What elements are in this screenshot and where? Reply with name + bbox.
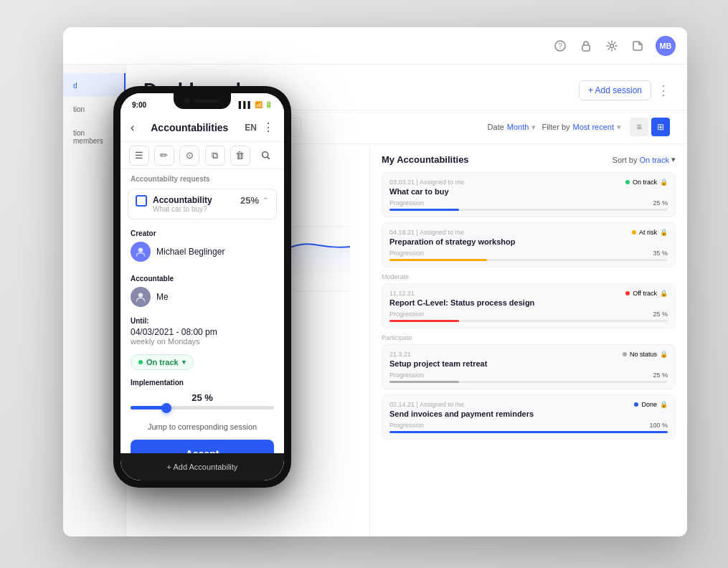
svg-point-3 bbox=[610, 44, 614, 47]
expand-icon[interactable]: ⌃ bbox=[262, 196, 269, 206]
status-chevron-icon: ▾ bbox=[182, 359, 186, 366]
screen-title: Accountabilities bbox=[151, 122, 228, 133]
progress-bar-1 bbox=[389, 209, 459, 211]
progress-bar-3 bbox=[389, 320, 459, 322]
item-checkbox[interactable] bbox=[136, 195, 147, 207]
help-icon[interactable]: ? bbox=[552, 38, 568, 54]
view-toggle: ≡ ⊞ bbox=[630, 118, 670, 136]
phone-content: Accountabilty requests Accountability Wh… bbox=[120, 169, 284, 453]
request-percentage: 25% bbox=[240, 195, 259, 206]
edit-icon[interactable]: ✏ bbox=[154, 146, 174, 166]
creator-avatar bbox=[131, 242, 151, 262]
accountability-card-3: 11.12.21 Report C-Level: Status process … bbox=[382, 283, 676, 328]
filter-by-chip[interactable]: Filter by Most recent ▾ bbox=[542, 123, 621, 132]
user-avatar[interactable]: MB bbox=[656, 36, 676, 56]
gear-icon[interactable] bbox=[604, 38, 620, 54]
status-icons: ▌▌▌ 📶 🔋 bbox=[239, 101, 273, 108]
phone-device: 9:00 ▌▌▌ 📶 🔋 ‹ Accountabilities EN ⋮ bbox=[113, 86, 291, 488]
acc-status-3: Off track 🔒 bbox=[625, 290, 668, 297]
wifi-icon: 📶 bbox=[255, 101, 263, 108]
acc-status-1: On track 🔒 bbox=[625, 179, 668, 186]
battery-icon: 🔋 bbox=[265, 101, 273, 108]
svg-text:?: ? bbox=[558, 42, 562, 50]
acc-title-4: Setup project team retreat bbox=[389, 359, 487, 368]
accountability-card-4: 21.3.21 Setup project team retreat No st… bbox=[382, 344, 676, 389]
creator-person: Michael Beglinger bbox=[131, 242, 274, 262]
accept-button[interactable]: Accept bbox=[131, 440, 274, 453]
back-button[interactable]: ‹ bbox=[131, 121, 134, 134]
status-dot-5 bbox=[634, 402, 638, 407]
language-selector[interactable]: EN bbox=[245, 123, 257, 133]
export-icon[interactable] bbox=[630, 38, 646, 54]
svg-point-11 bbox=[138, 247, 143, 252]
phone-screen: 9:00 ▌▌▌ 📶 🔋 ‹ Accountabilities EN ⋮ bbox=[120, 93, 284, 481]
until-label: Until: bbox=[131, 317, 274, 325]
implementation-handle[interactable] bbox=[161, 403, 171, 413]
until-date: 04/03/2021 - 08:00 pm bbox=[131, 327, 274, 337]
acc-meta-2: 04.18.21 | Assigned to me bbox=[389, 229, 515, 236]
search-toolbar-icon[interactable] bbox=[255, 146, 275, 166]
phone-toolbar: ☰ ✏ ⊙ ⧉ 🗑 bbox=[120, 142, 284, 169]
implementation-section: Implementation 25 % bbox=[120, 374, 284, 417]
implementation-label: Implementation bbox=[131, 379, 274, 387]
acc-status-5: Done 🔒 bbox=[634, 401, 668, 408]
accountable-name: Me bbox=[156, 292, 169, 302]
acc-title-5: Send invoices and payment reminders bbox=[389, 410, 534, 418]
creator-name: Michael Beglinger bbox=[156, 247, 224, 257]
acc-title-3: Report C-Level: Status process design bbox=[389, 298, 534, 307]
copy-icon[interactable]: ⧉ bbox=[205, 146, 225, 166]
sort-by-control[interactable]: Sort by On track ▾ bbox=[613, 155, 676, 164]
lock-small-icon-4: 🔒 bbox=[660, 351, 668, 358]
accountable-label: Accountable bbox=[131, 275, 274, 283]
tag-icon[interactable]: ⊙ bbox=[179, 146, 199, 166]
acc-meta-4: 21.3.21 bbox=[389, 351, 487, 358]
status-dot-1 bbox=[625, 180, 630, 184]
add-session-button[interactable]: + Add session bbox=[579, 80, 651, 100]
delete-icon[interactable]: 🗑 bbox=[230, 146, 250, 166]
status-section: On track ▾ bbox=[120, 350, 284, 374]
panel-title: My Accountabilities bbox=[382, 154, 469, 165]
request-title: Accountability bbox=[153, 195, 212, 205]
grid-view-button[interactable]: ⊞ bbox=[651, 118, 670, 136]
accountable-avatar bbox=[131, 287, 151, 307]
status-time: 9:00 bbox=[132, 101, 146, 109]
implementation-bar bbox=[131, 406, 274, 410]
acc-status-4: No status 🔒 bbox=[623, 351, 668, 358]
phone-notch bbox=[174, 93, 231, 109]
svg-rect-2 bbox=[582, 45, 590, 51]
more-options-icon[interactable]: ⋮ bbox=[657, 82, 670, 98]
accountability-request-item[interactable]: Accountability What car to buy? 25% ⌃ bbox=[128, 189, 277, 219]
accountabilities-panel: My Accountabilities Sort by On track ▾ bbox=[370, 144, 687, 536]
lock-icon[interactable] bbox=[578, 38, 594, 54]
creator-section: Creator Michael Beglinger bbox=[120, 222, 284, 268]
status-dot-4 bbox=[623, 352, 627, 356]
accountability-card-5: 02.14.21 | Assigned to me Send invoices … bbox=[382, 394, 676, 440]
progress-bar-2 bbox=[389, 259, 487, 261]
accountability-card-2: 04.18.21 | Assigned to me Preparation of… bbox=[382, 222, 676, 268]
progress-bar-4 bbox=[389, 381, 459, 383]
add-accountability-button[interactable]: + Add Accountability bbox=[167, 463, 238, 471]
on-track-badge[interactable]: On track ▾ bbox=[131, 354, 194, 370]
date-filter[interactable]: Date Month ▾ bbox=[488, 123, 536, 132]
jump-session-link[interactable]: Jump to corresponding session bbox=[120, 417, 284, 437]
acc-meta-3: 11.12.21 bbox=[389, 290, 534, 297]
list-view-button[interactable]: ≡ bbox=[630, 118, 648, 136]
lock-small-icon-5: 🔒 bbox=[660, 401, 668, 408]
card-view-icon[interactable]: ☰ bbox=[129, 146, 149, 166]
filter-chevron-icon: ▾ bbox=[617, 123, 621, 132]
accountable-section: Accountable Me bbox=[120, 268, 284, 313]
moderate-label: Moderate bbox=[382, 273, 676, 280]
more-menu-icon[interactable]: ⋮ bbox=[263, 120, 274, 134]
desktop-topbar: ? MB bbox=[63, 27, 687, 65]
acc-meta-5: 02.14.21 | Assigned to me bbox=[389, 401, 534, 408]
creator-label: Creator bbox=[131, 229, 274, 237]
date-chevron-icon: ▾ bbox=[531, 123, 536, 132]
until-section: Until: 04/03/2021 - 08:00 pm weekly on M… bbox=[120, 313, 284, 350]
nav-right-controls: EN ⋮ bbox=[245, 120, 274, 134]
status-dot-2 bbox=[632, 230, 636, 235]
acc-status-2: At risk 🔒 bbox=[632, 229, 668, 236]
accountable-person: Me bbox=[131, 287, 274, 307]
filter-chips: Date Month ▾ Filter by Most recent ▾ bbox=[488, 123, 621, 132]
lock-small-icon-2: 🔒 bbox=[660, 229, 668, 236]
panel-header: My Accountabilities Sort by On track ▾ bbox=[382, 154, 676, 165]
